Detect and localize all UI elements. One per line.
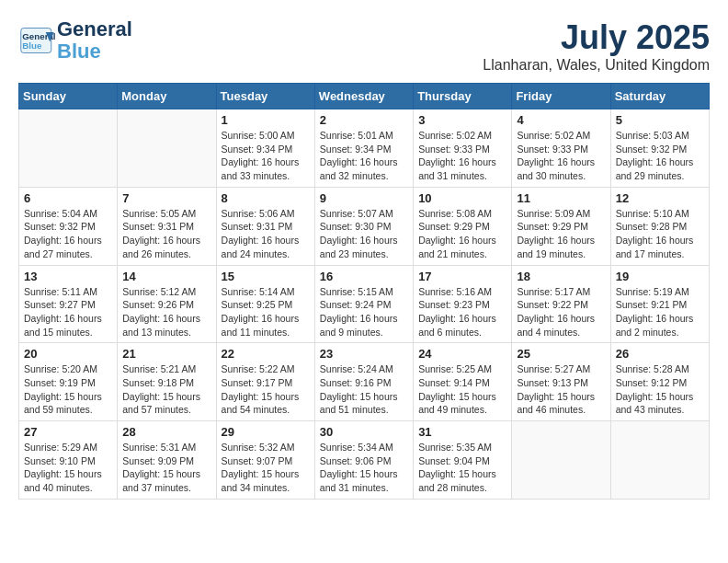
logo: General Blue General Blue [18,18,132,63]
calendar-day-cell: 21Sunrise: 5:21 AMSunset: 9:18 PMDayligh… [118,343,216,421]
day-info: Sunrise: 5:02 AMSunset: 9:33 PMDaylight:… [418,129,506,183]
day-info: Sunrise: 5:16 AMSunset: 9:23 PMDaylight:… [418,285,506,339]
day-number: 15 [222,270,310,283]
day-info: Sunrise: 5:34 AMSunset: 9:06 PMDaylight:… [320,441,408,495]
day-info: Sunrise: 5:11 AMSunset: 9:27 PMDaylight:… [24,285,112,339]
calendar-day-cell [512,421,610,500]
day-number: 17 [418,270,506,283]
day-info: Sunrise: 5:20 AMSunset: 9:19 PMDaylight:… [24,362,112,417]
calendar-day-cell: 7Sunrise: 5:05 AMSunset: 9:31 PMDaylight… [118,187,216,265]
weekday-header-sunday: Sunday [19,84,118,109]
weekday-header-wednesday: Wednesday [314,84,413,109]
calendar-day-cell: 16Sunrise: 5:15 AMSunset: 9:24 PMDayligh… [314,265,413,343]
calendar-week-row: 1Sunrise: 5:00 AMSunset: 9:34 PMDaylight… [19,109,710,188]
calendar-day-cell: 30Sunrise: 5:34 AMSunset: 9:06 PMDayligh… [314,421,413,500]
day-info: Sunrise: 5:02 AMSunset: 9:33 PMDaylight:… [517,129,605,183]
calendar-day-cell: 3Sunrise: 5:02 AMSunset: 9:33 PMDaylight… [414,109,512,188]
day-number: 30 [320,425,408,439]
calendar-day-cell: 19Sunrise: 5:19 AMSunset: 9:21 PMDayligh… [610,265,709,343]
day-info: Sunrise: 5:31 AMSunset: 9:09 PMDaylight:… [122,441,210,495]
calendar-day-cell: 24Sunrise: 5:25 AMSunset: 9:14 PMDayligh… [414,343,512,421]
day-info: Sunrise: 5:04 AMSunset: 9:32 PMDaylight:… [24,207,112,261]
day-info: Sunrise: 5:15 AMSunset: 9:24 PMDaylight:… [320,285,408,339]
calendar-day-cell: 17Sunrise: 5:16 AMSunset: 9:23 PMDayligh… [414,265,512,343]
calendar-day-cell: 29Sunrise: 5:32 AMSunset: 9:07 PMDayligh… [216,421,314,500]
day-info: Sunrise: 5:12 AMSunset: 9:26 PMDaylight:… [122,285,210,339]
weekday-header-row: SundayMondayTuesdayWednesdayThursdayFrid… [19,84,710,109]
calendar-day-cell: 28Sunrise: 5:31 AMSunset: 9:09 PMDayligh… [118,421,216,500]
calendar-day-cell: 9Sunrise: 5:07 AMSunset: 9:30 PMDaylight… [314,187,413,265]
calendar-day-cell: 31Sunrise: 5:35 AMSunset: 9:04 PMDayligh… [414,421,512,500]
calendar-week-row: 27Sunrise: 5:29 AMSunset: 9:10 PMDayligh… [19,421,710,500]
day-info: Sunrise: 5:00 AMSunset: 9:34 PMDaylight:… [222,129,310,183]
day-number: 1 [222,113,310,127]
day-info: Sunrise: 5:32 AMSunset: 9:07 PMDaylight:… [222,441,310,495]
calendar-day-cell [610,421,709,500]
day-info: Sunrise: 5:17 AMSunset: 9:22 PMDaylight:… [517,285,605,339]
calendar-day-cell: 1Sunrise: 5:00 AMSunset: 9:34 PMDaylight… [216,109,314,188]
calendar-day-cell: 27Sunrise: 5:29 AMSunset: 9:10 PMDayligh… [19,421,118,500]
weekday-header-thursday: Thursday [414,84,512,109]
calendar-day-cell: 25Sunrise: 5:27 AMSunset: 9:13 PMDayligh… [512,343,610,421]
calendar-day-cell: 22Sunrise: 5:22 AMSunset: 9:17 PMDayligh… [216,343,314,421]
calendar-table: SundayMondayTuesdayWednesdayThursdayFrid… [18,83,710,500]
day-number: 3 [418,113,506,127]
day-number: 2 [320,113,408,127]
calendar-day-cell: 11Sunrise: 5:09 AMSunset: 9:29 PMDayligh… [512,187,610,265]
day-number: 12 [616,191,704,205]
day-number: 16 [320,270,408,283]
svg-text:Blue: Blue [22,40,42,51]
day-number: 19 [616,270,704,283]
month-title: July 2025 [483,18,710,57]
day-number: 14 [122,270,210,283]
weekday-header-tuesday: Tuesday [216,84,314,109]
day-info: Sunrise: 5:01 AMSunset: 9:34 PMDaylight:… [320,129,408,183]
calendar-day-cell: 8Sunrise: 5:06 AMSunset: 9:31 PMDaylight… [216,187,314,265]
day-info: Sunrise: 5:35 AMSunset: 9:04 PMDaylight:… [418,441,506,495]
logo-text: General Blue [57,18,132,63]
day-info: Sunrise: 5:21 AMSunset: 9:18 PMDaylight:… [122,362,210,417]
weekday-header-saturday: Saturday [610,84,709,109]
day-info: Sunrise: 5:05 AMSunset: 9:31 PMDaylight:… [122,207,210,261]
day-info: Sunrise: 5:19 AMSunset: 9:21 PMDaylight:… [616,285,704,339]
location-title: Llanharan, Wales, United Kingdom [483,57,710,74]
day-number: 28 [122,425,210,439]
day-info: Sunrise: 5:28 AMSunset: 9:12 PMDaylight:… [616,362,704,417]
day-number: 13 [24,270,112,283]
day-info: Sunrise: 5:09 AMSunset: 9:29 PMDaylight:… [517,207,605,261]
day-number: 23 [320,347,408,361]
day-number: 31 [418,425,506,439]
weekday-header-friday: Friday [512,84,610,109]
calendar-day-cell: 15Sunrise: 5:14 AMSunset: 9:25 PMDayligh… [216,265,314,343]
day-number: 11 [517,191,605,205]
day-info: Sunrise: 5:14 AMSunset: 9:25 PMDaylight:… [222,285,310,339]
day-info: Sunrise: 5:27 AMSunset: 9:13 PMDaylight:… [517,362,605,417]
calendar-day-cell [118,109,216,188]
calendar-day-cell: 4Sunrise: 5:02 AMSunset: 9:33 PMDaylight… [512,109,610,188]
day-number: 18 [517,270,605,283]
calendar-day-cell: 10Sunrise: 5:08 AMSunset: 9:29 PMDayligh… [414,187,512,265]
calendar-day-cell: 13Sunrise: 5:11 AMSunset: 9:27 PMDayligh… [19,265,118,343]
calendar-day-cell: 26Sunrise: 5:28 AMSunset: 9:12 PMDayligh… [610,343,709,421]
day-number: 22 [222,347,310,361]
calendar-day-cell: 18Sunrise: 5:17 AMSunset: 9:22 PMDayligh… [512,265,610,343]
calendar-day-cell: 20Sunrise: 5:20 AMSunset: 9:19 PMDayligh… [19,343,118,421]
day-info: Sunrise: 5:03 AMSunset: 9:32 PMDaylight:… [616,129,704,183]
logo-icon: General Blue [18,27,55,54]
day-number: 5 [616,113,704,127]
day-number: 9 [320,191,408,205]
calendar-day-cell: 14Sunrise: 5:12 AMSunset: 9:26 PMDayligh… [118,265,216,343]
weekday-header-monday: Monday [118,84,216,109]
day-number: 7 [122,191,210,205]
calendar-day-cell: 6Sunrise: 5:04 AMSunset: 9:32 PMDaylight… [19,187,118,265]
day-info: Sunrise: 5:24 AMSunset: 9:16 PMDaylight:… [320,362,408,417]
day-info: Sunrise: 5:07 AMSunset: 9:30 PMDaylight:… [320,207,408,261]
day-info: Sunrise: 5:25 AMSunset: 9:14 PMDaylight:… [418,362,506,417]
day-number: 26 [616,347,704,361]
calendar-week-row: 13Sunrise: 5:11 AMSunset: 9:27 PMDayligh… [19,265,710,343]
calendar-day-cell: 23Sunrise: 5:24 AMSunset: 9:16 PMDayligh… [314,343,413,421]
title-area: July 2025 Llanharan, Wales, United Kingd… [483,18,710,74]
day-number: 4 [517,113,605,127]
day-number: 8 [222,191,310,205]
header: General Blue General Blue July 2025 Llan… [18,18,710,74]
